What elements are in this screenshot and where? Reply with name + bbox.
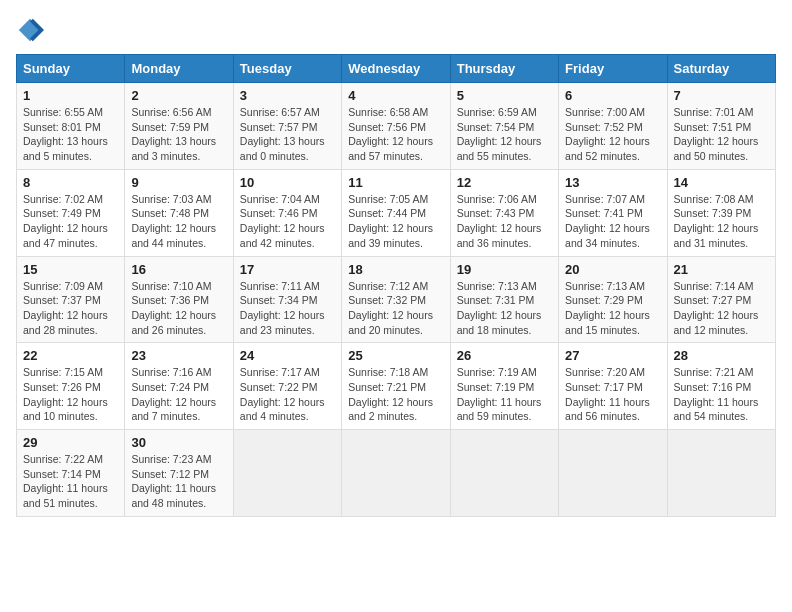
day-number: 28 (674, 348, 769, 363)
day-detail: Sunrise: 7:05 AMSunset: 7:44 PMDaylight:… (348, 192, 443, 251)
weekday-header-cell: Thursday (450, 55, 558, 83)
day-detail: Sunrise: 7:01 AMSunset: 7:51 PMDaylight:… (674, 105, 769, 164)
day-detail: Sunrise: 6:56 AMSunset: 7:59 PMDaylight:… (131, 105, 226, 164)
day-detail: Sunrise: 7:04 AMSunset: 7:46 PMDaylight:… (240, 192, 335, 251)
day-detail: Sunrise: 7:13 AMSunset: 7:31 PMDaylight:… (457, 279, 552, 338)
day-detail: Sunrise: 7:03 AMSunset: 7:48 PMDaylight:… (131, 192, 226, 251)
calendar-day-cell: 3Sunrise: 6:57 AMSunset: 7:57 PMDaylight… (233, 83, 341, 170)
day-number: 12 (457, 175, 552, 190)
day-number: 14 (674, 175, 769, 190)
calendar-day-cell (342, 430, 450, 517)
weekday-header-cell: Saturday (667, 55, 775, 83)
day-detail: Sunrise: 7:14 AMSunset: 7:27 PMDaylight:… (674, 279, 769, 338)
day-number: 9 (131, 175, 226, 190)
day-detail: Sunrise: 7:21 AMSunset: 7:16 PMDaylight:… (674, 365, 769, 424)
calendar-week-row: 8Sunrise: 7:02 AMSunset: 7:49 PMDaylight… (17, 169, 776, 256)
day-detail: Sunrise: 7:07 AMSunset: 7:41 PMDaylight:… (565, 192, 660, 251)
weekday-header-cell: Monday (125, 55, 233, 83)
day-number: 19 (457, 262, 552, 277)
calendar-day-cell: 7Sunrise: 7:01 AMSunset: 7:51 PMDaylight… (667, 83, 775, 170)
calendar-week-row: 22Sunrise: 7:15 AMSunset: 7:26 PMDayligh… (17, 343, 776, 430)
calendar-day-cell (450, 430, 558, 517)
day-detail: Sunrise: 7:13 AMSunset: 7:29 PMDaylight:… (565, 279, 660, 338)
day-detail: Sunrise: 7:00 AMSunset: 7:52 PMDaylight:… (565, 105, 660, 164)
day-number: 24 (240, 348, 335, 363)
day-number: 4 (348, 88, 443, 103)
day-detail: Sunrise: 7:09 AMSunset: 7:37 PMDaylight:… (23, 279, 118, 338)
day-detail: Sunrise: 7:12 AMSunset: 7:32 PMDaylight:… (348, 279, 443, 338)
calendar-day-cell: 19Sunrise: 7:13 AMSunset: 7:31 PMDayligh… (450, 256, 558, 343)
calendar-day-cell: 5Sunrise: 6:59 AMSunset: 7:54 PMDaylight… (450, 83, 558, 170)
day-detail: Sunrise: 6:58 AMSunset: 7:56 PMDaylight:… (348, 105, 443, 164)
logo (16, 16, 48, 44)
calendar-day-cell: 13Sunrise: 7:07 AMSunset: 7:41 PMDayligh… (559, 169, 667, 256)
weekday-header-cell: Wednesday (342, 55, 450, 83)
day-detail: Sunrise: 7:02 AMSunset: 7:49 PMDaylight:… (23, 192, 118, 251)
calendar-day-cell: 25Sunrise: 7:18 AMSunset: 7:21 PMDayligh… (342, 343, 450, 430)
calendar-week-row: 29Sunrise: 7:22 AMSunset: 7:14 PMDayligh… (17, 430, 776, 517)
day-detail: Sunrise: 7:20 AMSunset: 7:17 PMDaylight:… (565, 365, 660, 424)
day-number: 1 (23, 88, 118, 103)
calendar-day-cell: 20Sunrise: 7:13 AMSunset: 7:29 PMDayligh… (559, 256, 667, 343)
calendar-day-cell: 21Sunrise: 7:14 AMSunset: 7:27 PMDayligh… (667, 256, 775, 343)
weekday-header-cell: Sunday (17, 55, 125, 83)
calendar-table: SundayMondayTuesdayWednesdayThursdayFrid… (16, 54, 776, 517)
calendar-day-cell: 30Sunrise: 7:23 AMSunset: 7:12 PMDayligh… (125, 430, 233, 517)
calendar-day-cell: 4Sunrise: 6:58 AMSunset: 7:56 PMDaylight… (342, 83, 450, 170)
day-number: 13 (565, 175, 660, 190)
calendar-day-cell: 27Sunrise: 7:20 AMSunset: 7:17 PMDayligh… (559, 343, 667, 430)
day-detail: Sunrise: 6:57 AMSunset: 7:57 PMDaylight:… (240, 105, 335, 164)
day-number: 16 (131, 262, 226, 277)
calendar-day-cell: 26Sunrise: 7:19 AMSunset: 7:19 PMDayligh… (450, 343, 558, 430)
logo-icon (16, 16, 44, 44)
day-detail: Sunrise: 7:18 AMSunset: 7:21 PMDaylight:… (348, 365, 443, 424)
day-number: 15 (23, 262, 118, 277)
day-detail: Sunrise: 6:59 AMSunset: 7:54 PMDaylight:… (457, 105, 552, 164)
day-number: 21 (674, 262, 769, 277)
weekday-header-row: SundayMondayTuesdayWednesdayThursdayFrid… (17, 55, 776, 83)
day-number: 10 (240, 175, 335, 190)
day-number: 27 (565, 348, 660, 363)
calendar-day-cell (233, 430, 341, 517)
calendar-day-cell: 10Sunrise: 7:04 AMSunset: 7:46 PMDayligh… (233, 169, 341, 256)
day-detail: Sunrise: 7:08 AMSunset: 7:39 PMDaylight:… (674, 192, 769, 251)
calendar-day-cell: 12Sunrise: 7:06 AMSunset: 7:43 PMDayligh… (450, 169, 558, 256)
calendar-day-cell: 18Sunrise: 7:12 AMSunset: 7:32 PMDayligh… (342, 256, 450, 343)
svg-marker-0 (19, 19, 41, 41)
calendar-day-cell: 9Sunrise: 7:03 AMSunset: 7:48 PMDaylight… (125, 169, 233, 256)
header (16, 16, 776, 44)
day-number: 25 (348, 348, 443, 363)
calendar-day-cell: 29Sunrise: 7:22 AMSunset: 7:14 PMDayligh… (17, 430, 125, 517)
calendar-week-row: 15Sunrise: 7:09 AMSunset: 7:37 PMDayligh… (17, 256, 776, 343)
day-number: 8 (23, 175, 118, 190)
calendar-day-cell: 16Sunrise: 7:10 AMSunset: 7:36 PMDayligh… (125, 256, 233, 343)
calendar-day-cell: 15Sunrise: 7:09 AMSunset: 7:37 PMDayligh… (17, 256, 125, 343)
calendar-body: 1Sunrise: 6:55 AMSunset: 8:01 PMDaylight… (17, 83, 776, 517)
calendar-day-cell: 11Sunrise: 7:05 AMSunset: 7:44 PMDayligh… (342, 169, 450, 256)
day-detail: Sunrise: 7:17 AMSunset: 7:22 PMDaylight:… (240, 365, 335, 424)
calendar-day-cell: 1Sunrise: 6:55 AMSunset: 8:01 PMDaylight… (17, 83, 125, 170)
day-number: 30 (131, 435, 226, 450)
calendar-day-cell: 14Sunrise: 7:08 AMSunset: 7:39 PMDayligh… (667, 169, 775, 256)
calendar-day-cell: 24Sunrise: 7:17 AMSunset: 7:22 PMDayligh… (233, 343, 341, 430)
day-number: 18 (348, 262, 443, 277)
day-number: 2 (131, 88, 226, 103)
day-number: 23 (131, 348, 226, 363)
day-detail: Sunrise: 7:15 AMSunset: 7:26 PMDaylight:… (23, 365, 118, 424)
weekday-header-cell: Tuesday (233, 55, 341, 83)
day-number: 17 (240, 262, 335, 277)
day-number: 22 (23, 348, 118, 363)
calendar-day-cell: 2Sunrise: 6:56 AMSunset: 7:59 PMDaylight… (125, 83, 233, 170)
day-detail: Sunrise: 7:22 AMSunset: 7:14 PMDaylight:… (23, 452, 118, 511)
day-number: 3 (240, 88, 335, 103)
day-number: 26 (457, 348, 552, 363)
day-number: 7 (674, 88, 769, 103)
day-detail: Sunrise: 7:11 AMSunset: 7:34 PMDaylight:… (240, 279, 335, 338)
day-detail: Sunrise: 7:19 AMSunset: 7:19 PMDaylight:… (457, 365, 552, 424)
calendar-day-cell: 6Sunrise: 7:00 AMSunset: 7:52 PMDaylight… (559, 83, 667, 170)
day-detail: Sunrise: 7:23 AMSunset: 7:12 PMDaylight:… (131, 452, 226, 511)
weekday-header-cell: Friday (559, 55, 667, 83)
day-number: 5 (457, 88, 552, 103)
calendar-day-cell: 17Sunrise: 7:11 AMSunset: 7:34 PMDayligh… (233, 256, 341, 343)
day-number: 29 (23, 435, 118, 450)
